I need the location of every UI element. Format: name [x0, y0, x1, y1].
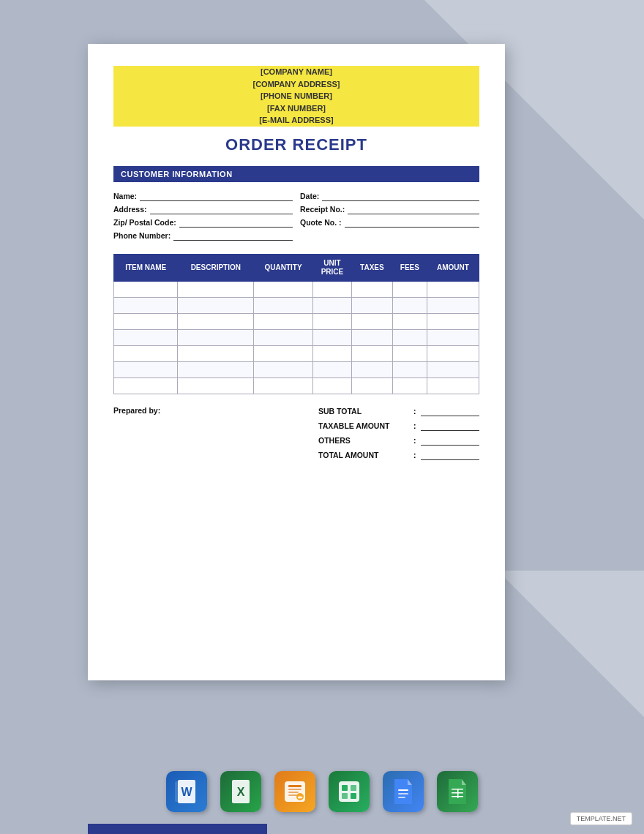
svg-rect-19 [398, 797, 405, 798]
document-title: ORDER RECEIPT [113, 135, 479, 154]
phone-field: Phone Number: [113, 230, 293, 241]
receipt-no-input-line[interactable] [348, 204, 479, 214]
taxable-amount-label: TAXABLE AMOUNT [318, 421, 413, 430]
table-row [114, 313, 479, 329]
customer-section-header: CUSTOMER INFORMATION [113, 166, 479, 182]
gsheets-icon[interactable] [437, 771, 478, 812]
svg-rect-16 [351, 793, 356, 799]
svg-text:✏: ✏ [298, 794, 304, 801]
svg-rect-14 [351, 785, 356, 791]
svg-rect-7 [288, 789, 302, 790]
date-label: Date: [300, 192, 319, 200]
quote-no-field: Quote No. : [300, 217, 479, 228]
company-fax: [FAX NUMBER] [113, 102, 479, 115]
taxable-amount-row: TAXABLE AMOUNT : [318, 421, 479, 431]
sub-total-line[interactable] [421, 406, 480, 416]
footer-section: Prepared by: SUB TOTAL : TAXABLE AMOUNT … [113, 406, 479, 465]
pages-icon[interactable]: ✏ [274, 771, 315, 812]
date-input-line[interactable] [322, 191, 479, 201]
svg-rect-18 [398, 793, 408, 794]
col-item-name: ITEM NAME [114, 254, 178, 281]
sub-total-row: SUB TOTAL : [318, 406, 479, 416]
total-amount-line[interactable] [421, 450, 480, 460]
total-colon: : [413, 451, 416, 459]
date-field: Date: [300, 191, 479, 201]
col-description: DESCRIPTION [178, 254, 254, 281]
app-toolbar: W X ✏ [166, 771, 478, 812]
svg-rect-8 [288, 792, 299, 793]
total-amount-label: TOTAL AMOUNT [318, 451, 413, 459]
others-colon: : [413, 436, 416, 445]
svg-text:X: X [237, 786, 245, 798]
company-name: [COMPANY NAME] [113, 66, 479, 78]
total-amount-row: TOTAL AMOUNT : [318, 450, 479, 460]
numbers-icon[interactable] [329, 771, 370, 812]
document-container: [COMPANY NAME] [COMPANY ADDRESS] [PHONE … [88, 44, 505, 680]
bg-decoration-bottom [498, 571, 644, 717]
gdocs-icon[interactable] [383, 771, 424, 812]
svg-text:W: W [181, 786, 192, 798]
zip-input-line[interactable] [179, 217, 293, 228]
word-icon[interactable]: W [166, 771, 207, 812]
zip-field: Zip/ Postal Code: [113, 217, 293, 228]
col-unit-price: UNITPRICE [312, 254, 351, 281]
company-header: [COMPANY NAME] [COMPANY ADDRESS] [PHONE … [113, 66, 479, 127]
taxable-amount-line[interactable] [421, 421, 480, 431]
others-line[interactable] [421, 435, 480, 446]
company-address: [COMPANY ADDRESS] [113, 78, 479, 91]
name-label: Name: [113, 192, 137, 200]
table-row [114, 297, 479, 313]
col-fees: FEES [392, 254, 427, 281]
svg-rect-15 [342, 793, 348, 799]
sub-total-label: SUB TOTAL [318, 407, 413, 416]
table-row [114, 281, 479, 297]
name-field: Name: [113, 191, 293, 201]
name-input-line[interactable] [140, 191, 293, 201]
excel-icon[interactable]: X [220, 771, 261, 812]
table-row [114, 377, 479, 394]
quote-no-input-line[interactable] [345, 217, 479, 228]
address-field: Address: [113, 204, 293, 214]
quote-no-label: Quote No. : [300, 218, 342, 227]
address-label: Address: [113, 205, 147, 214]
table-header-row: ITEM NAME DESCRIPTION QUANTITY UNITPRICE… [114, 254, 479, 281]
col-quantity: QUANTITY [254, 254, 313, 281]
table-row [114, 345, 479, 361]
company-phone: [PHONE NUMBER] [113, 90, 479, 102]
table-row [114, 361, 479, 377]
svg-rect-23 [457, 789, 459, 798]
svg-rect-13 [342, 785, 348, 791]
receipt-no-field: Receipt No.: [300, 204, 479, 214]
phone-input-line[interactable] [173, 230, 293, 241]
sub-total-colon: : [413, 407, 416, 416]
table-row [114, 329, 479, 345]
others-row: OTHERS : [318, 435, 479, 446]
prepared-by-label: Prepared by: [113, 406, 160, 465]
zip-label: Zip/ Postal Code: [113, 218, 176, 227]
totals-section: SUB TOTAL : TAXABLE AMOUNT : OTHERS : TO… [318, 406, 479, 465]
items-table: ITEM NAME DESCRIPTION QUANTITY UNITPRICE… [113, 254, 479, 394]
company-email: [E-MAIL ADDRESS] [113, 114, 479, 127]
col-amount: AMOUNT [427, 254, 479, 281]
others-label: OTHERS [318, 436, 413, 445]
taxable-colon: : [413, 421, 416, 430]
svg-rect-17 [398, 789, 408, 791]
col-taxes: TAXES [351, 254, 392, 281]
customer-info-grid: Name: Date: Address: Receipt No.: Zip/ P… [113, 191, 479, 241]
template-badge: TEMPLATE.NET [570, 812, 632, 825]
address-input-line[interactable] [150, 204, 293, 214]
receipt-no-label: Receipt No.: [300, 205, 345, 214]
doc-bottom-bar [88, 824, 267, 834]
phone-label: Phone Number: [113, 231, 171, 240]
svg-rect-6 [288, 785, 302, 787]
svg-rect-12 [339, 781, 359, 802]
